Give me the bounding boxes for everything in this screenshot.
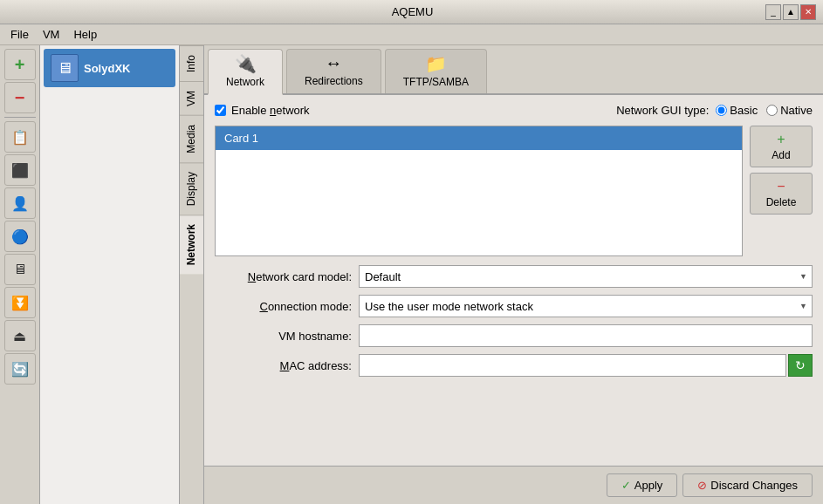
sidebar-icon-4[interactable]: 🔵 — [4, 221, 36, 252]
mac-address-row: MAC address: ↻ — [215, 354, 813, 377]
gui-native-radio[interactable] — [766, 105, 778, 116]
tab-bar: 🔌 Network ↔ Redirections 📁 TFTP/SAMBA — [204, 45, 823, 95]
main-layout: + − 📋 ⬛ 👤 🔵 🖥 ⏬ ⏏ 🔄 🖥 SolydXK Info VM Me… — [0, 45, 823, 504]
window-controls: _ ▲ ✕ — [765, 4, 816, 20]
vtab-vm[interactable]: VM — [180, 81, 203, 115]
add-vm-button[interactable]: + — [4, 49, 36, 80]
add-label: Add — [772, 149, 790, 161]
card-model-row: Network card model: Default e1000 rtl813… — [215, 265, 813, 288]
bottom-bar: ✓ Apply ⊘ Discard Changes — [204, 466, 823, 504]
network-tab-label: Network — [226, 76, 264, 88]
tftp-tab-label: TFTP/SAMBA — [403, 76, 469, 88]
apply-label: Apply — [634, 479, 663, 492]
vtab-media[interactable]: Media — [180, 115, 203, 162]
vm-hostname-input[interactable] — [359, 324, 813, 347]
generate-mac-button[interactable]: ↻ — [788, 354, 813, 377]
card-list: Card 1 — [215, 126, 743, 256]
panel-content: Enable network Network GUI type: Basic N… — [204, 95, 823, 466]
vtab-display[interactable]: Display — [180, 162, 203, 215]
delete-label: Delete — [766, 196, 797, 208]
sidebar-icon-3[interactable]: 👤 — [4, 187, 36, 219]
vtab-info[interactable]: Info — [180, 45, 203, 81]
vtab-network[interactable]: Network — [180, 215, 203, 274]
add-card-button[interactable]: + Add — [750, 126, 813, 167]
titlebar: AQEMU _ ▲ ✕ — [0, 0, 823, 24]
gui-basic-label: Basic — [730, 104, 758, 117]
sidebar-icon-8[interactable]: 🔄 — [4, 353, 36, 385]
discard-label: Discard Changes — [710, 479, 798, 492]
redirections-tab-label: Redirections — [305, 75, 363, 87]
maximize-button[interactable]: ▲ — [783, 4, 799, 20]
sidebar-icon-2[interactable]: ⬛ — [4, 154, 36, 186]
card-buttons: + Add − Delete — [750, 126, 813, 256]
menu-vm[interactable]: VM — [36, 26, 67, 43]
card-model-select[interactable]: Default e1000 rtl8139 virtio-net-pci — [359, 265, 813, 288]
gui-basic-radio[interactable] — [716, 105, 727, 116]
enable-network-checkbox[interactable] — [215, 105, 226, 116]
enable-network-label[interactable]: Enable network — [231, 104, 310, 117]
discard-cross-icon: ⊘ — [697, 479, 707, 492]
mac-address-label: MAC address: — [215, 359, 359, 372]
gui-basic-option[interactable]: Basic — [716, 104, 758, 117]
sidebar-icon-6[interactable]: ⏬ — [4, 287, 36, 318]
menu-help[interactable]: Help — [66, 26, 104, 43]
card-item-1[interactable]: Card 1 — [216, 126, 742, 150]
tab-redirections[interactable]: ↔ Redirections — [286, 49, 381, 93]
card-section: Card 1 + Add − Delete — [215, 126, 813, 256]
connection-mode-label: Connection mode: — [215, 300, 359, 313]
left-sidebar: + − 📋 ⬛ 👤 🔵 🖥 ⏬ ⏏ 🔄 — [0, 45, 40, 504]
delete-card-button[interactable]: − Delete — [750, 173, 813, 215]
apply-button[interactable]: ✓ Apply — [607, 473, 678, 497]
discard-button[interactable]: ⊘ Discard Changes — [682, 473, 813, 497]
minimize-button[interactable]: _ — [765, 4, 781, 20]
content-area: 🔌 Network ↔ Redirections 📁 TFTP/SAMBA En… — [204, 45, 823, 504]
gui-type-radios: Basic Native — [716, 104, 813, 117]
mac-address-group: ↻ — [359, 354, 813, 377]
vertical-tabs: Info VM Media Display Network — [180, 45, 204, 504]
menubar: File VM Help — [0, 24, 823, 45]
vm-hostname-label: VM hostname: — [215, 330, 359, 343]
vm-name: SolydXK — [84, 62, 130, 75]
gui-type-label: Network GUI type: — [616, 104, 709, 117]
remove-vm-button[interactable]: − — [4, 82, 36, 113]
connection-mode-row: Connection mode: Use the user mode netwo… — [215, 295, 813, 317]
add-icon: + — [777, 132, 785, 147]
vm-list: 🖥 SolydXK — [40, 45, 180, 504]
apply-check-icon: ✓ — [621, 479, 631, 492]
gui-type-row: Network GUI type: Basic Native — [616, 104, 813, 117]
network-tab-icon: 🔌 — [235, 53, 257, 74]
menu-file[interactable]: File — [3, 26, 36, 43]
sidebar-icon-5[interactable]: 🖥 — [4, 254, 36, 285]
vm-item-solydxk[interactable]: 🖥 SolydXK — [44, 49, 175, 87]
vm-hostname-row: VM hostname: — [215, 324, 813, 347]
network-top-row: Enable network Network GUI type: Basic N… — [215, 104, 813, 117]
connection-mode-select-wrapper: Use the user mode network stack Bridged … — [359, 295, 813, 317]
tftp-tab-icon: 📁 — [425, 53, 447, 74]
app-title: AQEMU — [59, 5, 765, 18]
card-model-select-wrapper: Default e1000 rtl8139 virtio-net-pci — [359, 265, 813, 288]
sidebar-icon-1[interactable]: 📋 — [4, 121, 36, 153]
delete-icon: − — [777, 179, 785, 194]
mac-address-input[interactable] — [359, 354, 786, 377]
vm-icon: 🖥 — [51, 54, 79, 82]
enable-network-row: Enable network — [215, 104, 310, 117]
gui-native-label: Native — [780, 104, 813, 117]
gui-native-option[interactable]: Native — [766, 104, 813, 117]
tab-tftp[interactable]: 📁 TFTP/SAMBA — [385, 49, 487, 93]
card-model-label: Network card model: — [215, 270, 359, 283]
tab-network[interactable]: 🔌 Network — [208, 49, 283, 95]
redirections-tab-icon: ↔ — [325, 53, 342, 73]
close-button[interactable]: ✕ — [800, 4, 816, 20]
sidebar-icon-7[interactable]: ⏏ — [4, 320, 36, 351]
connection-mode-select[interactable]: Use the user mode network stack Bridged … — [359, 295, 813, 317]
